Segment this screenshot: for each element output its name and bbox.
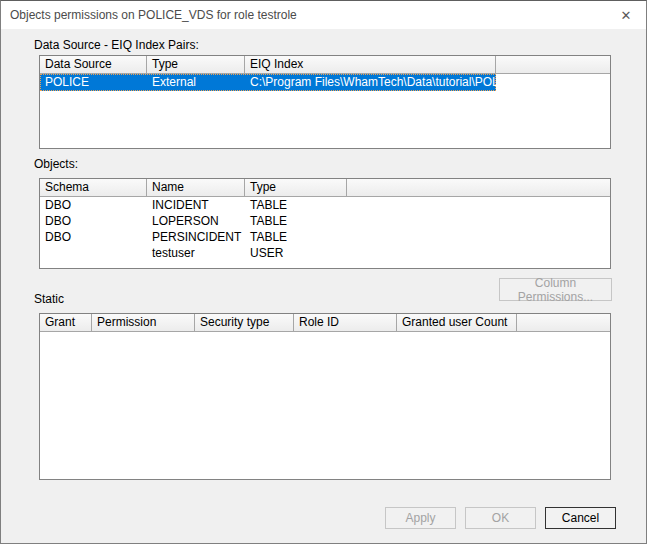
pairs-table: Data Source Type EIQ Index POLICE Extern… xyxy=(39,55,611,149)
column-permissions-button[interactable]: Column Permissions... xyxy=(499,278,612,301)
static-table-header: Grant Permission Security type Role ID G… xyxy=(40,314,610,332)
pairs-table-header: Data Source Type EIQ Index xyxy=(40,56,610,74)
cell-schema: DBO xyxy=(40,213,147,229)
cell-eiq-index: C:\Program Files\WhamTech\Data\tutorial\… xyxy=(245,74,496,91)
cancel-button[interactable]: Cancel xyxy=(545,507,616,529)
column-header-security-type[interactable]: Security type xyxy=(195,314,294,331)
column-header-obj-type[interactable]: Type xyxy=(245,179,347,196)
column-header-grant[interactable]: Grant xyxy=(40,314,92,331)
column-header-granted-user-count[interactable]: Granted user Count xyxy=(397,314,517,331)
window-title: Objects permissions on POLICE_VDS for ro… xyxy=(10,8,297,22)
table-row-police-selected[interactable]: POLICE External C:\Program Files\WhamTec… xyxy=(40,74,496,91)
static-section-label: Static xyxy=(34,292,64,306)
column-header-type[interactable]: Type xyxy=(147,56,245,73)
objects-table-header: Schema Name Type xyxy=(40,179,610,197)
column-header-name[interactable]: Name xyxy=(147,179,245,196)
cell-name: INCIDENT xyxy=(147,197,245,213)
cell-type: External xyxy=(147,74,245,91)
close-icon: ✕ xyxy=(621,8,632,23)
titlebar: Objects permissions on POLICE_VDS for ro… xyxy=(1,1,646,29)
objects-section-label: Objects: xyxy=(34,157,78,171)
column-header-data-source[interactable]: Data Source xyxy=(40,56,147,73)
column-header-blank xyxy=(496,56,610,73)
column-header-permission[interactable]: Permission xyxy=(92,314,195,331)
cell-type: TABLE xyxy=(245,229,347,245)
objects-table: Schema Name Type DBO INCIDENT TABLE DBO … xyxy=(39,178,611,269)
table-row-incident[interactable]: DBO INCIDENT TABLE xyxy=(40,197,610,213)
static-table: Grant Permission Security type Role ID G… xyxy=(39,313,611,480)
dialog-body: Data Source - EIQ Index Pairs: Data Sour… xyxy=(1,29,646,543)
cell-type: TABLE xyxy=(245,197,347,213)
table-row-persincident[interactable]: DBO PERSINCIDENT TABLE xyxy=(40,229,610,245)
dialog-window: Objects permissions on POLICE_VDS for ro… xyxy=(0,0,647,544)
column-header-blank xyxy=(517,314,610,331)
apply-button[interactable]: Apply xyxy=(385,507,456,529)
close-button[interactable]: ✕ xyxy=(606,1,646,29)
cell-data-source: POLICE xyxy=(40,74,147,91)
column-header-schema[interactable]: Schema xyxy=(40,179,147,196)
cell-type: USER xyxy=(245,245,347,261)
cell-name: PERSINCIDENT xyxy=(147,229,245,245)
cell-type: TABLE xyxy=(245,213,347,229)
column-header-role-id[interactable]: Role ID xyxy=(294,314,397,331)
cell-name: testuser xyxy=(147,245,245,261)
cell-schema xyxy=(40,245,147,261)
column-header-blank xyxy=(347,179,610,196)
cell-schema: DBO xyxy=(40,197,147,213)
ok-button[interactable]: OK xyxy=(465,507,536,529)
table-row-testuser[interactable]: testuser USER xyxy=(40,245,610,261)
cell-schema: DBO xyxy=(40,229,147,245)
cell-name: LOPERSON xyxy=(147,213,245,229)
table-row-loperson[interactable]: DBO LOPERSON TABLE xyxy=(40,213,610,229)
column-header-eiq-index[interactable]: EIQ Index xyxy=(245,56,496,73)
pairs-section-label: Data Source - EIQ Index Pairs: xyxy=(34,38,199,52)
